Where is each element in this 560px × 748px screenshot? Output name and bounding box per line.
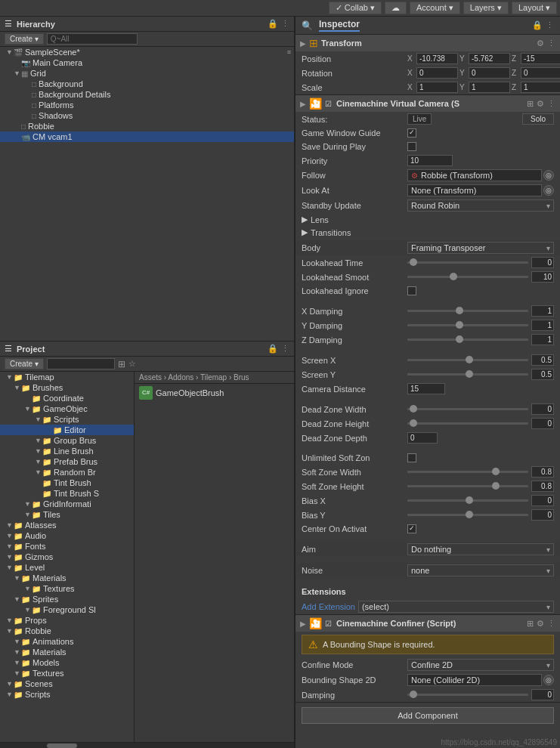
aim-dropdown[interactable]: Do nothing	[407, 543, 554, 555]
screen-x-input[interactable]	[531, 354, 554, 366]
tree-item-editor[interactable]: 📁 Editor	[0, 425, 134, 435]
transform-gear[interactable]: ⚙	[537, 39, 544, 48]
look-at-circle-btn[interactable]: ◎	[543, 185, 554, 196]
tree-item-grid-info[interactable]: ▼ 📁 GridInformati	[0, 499, 134, 509]
x-damping-input[interactable]	[531, 305, 554, 317]
camera-distance-input[interactable]	[407, 383, 445, 394]
bias-y-input[interactable]	[531, 509, 554, 521]
tree-item-tilemap[interactable]: ▼ 📁 Tilemap	[0, 372, 134, 382]
lookahead-time-track[interactable]	[407, 261, 528, 264]
more-icon-inspector[interactable]: ⋮	[546, 20, 554, 30]
tree-item-tiles[interactable]: ▼ 📁 Tiles	[0, 509, 134, 520]
bounding-shape-circle-btn[interactable]: ◎	[543, 675, 554, 685]
tree-item-coordinate[interactable]: 📁 Coordinate	[0, 393, 134, 403]
confiner-icon1[interactable]: ⊞	[527, 619, 534, 629]
pos-z-input[interactable]	[521, 53, 560, 64]
scale-z-input[interactable]	[521, 82, 560, 93]
collab-button[interactable]: ✓ Collab ▾	[329, 2, 382, 14]
layers-button[interactable]: Layers ▾	[463, 2, 509, 14]
solo-button[interactable]: Solo	[522, 113, 554, 125]
bounding-shape-ref[interactable]: None (Collider 2D)	[407, 674, 542, 686]
screen-y-input[interactable]	[531, 369, 554, 380]
save-during-play-checkbox[interactable]	[407, 142, 416, 151]
project-scrollbar[interactable]	[0, 742, 294, 748]
unlimited-soft-checkbox[interactable]	[407, 453, 416, 462]
soft-zone-height-track[interactable]	[407, 485, 528, 487]
dead-zone-depth-input[interactable]	[407, 432, 438, 444]
soft-zone-width-track[interactable]	[407, 471, 528, 473]
follow-object-ref[interactable]: ⚙ Robbie (Transform)	[407, 169, 542, 181]
rot-y-input[interactable]	[469, 67, 510, 79]
hierarchy-create-button[interactable]: Create ▾	[5, 33, 44, 45]
scene-root[interactable]: ▼ 🎬 SampleScene* ≡	[0, 47, 294, 57]
tree-item-level[interactable]: ▼ 📁 Level	[0, 562, 134, 573]
tree-item-shadows[interactable]: □ Shadows	[0, 110, 294, 121]
tree-item-robbie-folder[interactable]: ▼ 📁 Robbie	[0, 626, 134, 636]
tree-item-grid[interactable]: ▼ ▦ Grid	[0, 68, 294, 79]
project-search-input[interactable]	[47, 358, 115, 369]
asset-item-gameobjectbrush[interactable]: C# GameObjectBrush	[135, 384, 294, 402]
dead-zone-height-input[interactable]	[531, 418, 554, 429]
account-button[interactable]: Account ▾	[410, 2, 460, 14]
tree-item-robbie[interactable]: □ Robbie	[0, 121, 294, 131]
vcam-check[interactable]: ☑	[325, 100, 332, 108]
tree-item-audio[interactable]: ▼ 📁 Audio	[0, 530, 134, 541]
project-create-button[interactable]: Create ▾	[5, 358, 44, 369]
vcam-gear[interactable]: ⚙	[537, 99, 544, 109]
transform-header[interactable]: ▶ ⊞ Transform ⚙ ⋮	[295, 35, 560, 51]
bias-x-input[interactable]	[531, 495, 554, 506]
tree-item-prefab-brush[interactable]: ▼ 📁 Prefab Brus	[0, 456, 134, 467]
tree-item-atlasses[interactable]: ▼ 📁 Atlasses	[0, 520, 134, 530]
tree-item-props[interactable]: ▼ 📁 Props	[0, 615, 134, 626]
tree-item-tint-brush[interactable]: 📁 Tint Brush	[0, 478, 134, 488]
vcam-header[interactable]: ▶ 🎦 ☑ Cinemachine Virtual Camera (S ⊞ ⚙ …	[295, 95, 560, 112]
body-dropdown[interactable]: Framing Transposer	[407, 242, 554, 254]
lookahead-time-input[interactable]	[531, 257, 554, 268]
dead-zone-width-track[interactable]	[407, 408, 528, 410]
z-damping-input[interactable]	[531, 334, 554, 345]
add-extension-link[interactable]: Add Extension	[302, 602, 355, 611]
bias-y-track[interactable]	[407, 514, 528, 516]
tree-item-background-details[interactable]: □ Background Details	[0, 89, 294, 100]
follow-circle-btn[interactable]: ◎	[543, 170, 554, 181]
dead-zone-width-input[interactable]	[531, 403, 554, 415]
soft-zone-height-input[interactable]	[531, 481, 554, 492]
filter-icon[interactable]: ⊞	[118, 359, 125, 369]
tree-item-textures2[interactable]: ▼ 📁 Textures	[0, 668, 134, 678]
standby-dropdown[interactable]: Round Robin	[407, 199, 554, 212]
tree-item-gameobject[interactable]: ▼ 📁 GameObjec	[0, 403, 134, 414]
screen-y-track[interactable]	[407, 373, 528, 376]
tree-item-group-brush[interactable]: ▼ 📁 Group Brus	[0, 435, 134, 446]
tree-item-line-brush[interactable]: ▼ 📁 Line Brush	[0, 446, 134, 456]
pos-y-input[interactable]	[469, 53, 510, 64]
confiner-gear[interactable]: ⚙	[537, 619, 544, 629]
tree-item-materials2[interactable]: ▼ 📁 Materials	[0, 647, 134, 657]
tree-item-fonts[interactable]: ▼ 📁 Fonts	[0, 541, 134, 552]
tree-item-scripts-root[interactable]: ▼ 📁 Scripts	[0, 689, 134, 700]
lookahead-smooth-track[interactable]	[407, 276, 528, 278]
tree-item-models[interactable]: ▼ 📁 Models	[0, 657, 134, 668]
hierarchy-search-input[interactable]	[47, 33, 138, 45]
tree-item-main-camera[interactable]: 📷 Main Camera	[0, 57, 294, 68]
rot-x-input[interactable]	[416, 67, 458, 79]
scale-y-input[interactable]	[469, 82, 510, 93]
look-at-object-ref[interactable]: None (Transform)	[407, 184, 542, 196]
cloud-button[interactable]: ☁	[385, 2, 407, 14]
tree-item-platforms[interactable]: □ Platforms	[0, 100, 294, 110]
tree-item-cm-vcam1[interactable]: 📹 CM vcam1	[0, 131, 294, 142]
vcam-more[interactable]: ⋮	[547, 99, 555, 109]
lookahead-ignore-checkbox[interactable]	[407, 286, 416, 295]
transform-more[interactable]: ⋮	[547, 39, 555, 48]
z-damping-track[interactable]	[407, 338, 528, 341]
confiner-damping-input[interactable]	[531, 689, 554, 700]
add-extension-dropdown[interactable]: (select)	[358, 601, 554, 613]
tree-item-animations[interactable]: ▼ 📁 Animations	[0, 636, 134, 647]
game-window-checkbox[interactable]	[407, 128, 416, 138]
tree-item-brushes[interactable]: ▼ 📁 Brushes	[0, 382, 134, 393]
tree-item-materials[interactable]: ▼ 📁 Materials	[0, 573, 134, 583]
scale-x-input[interactable]	[416, 82, 458, 93]
tree-item-background[interactable]: □ Background	[0, 79, 294, 89]
tree-item-gizmos[interactable]: ▼ 📁 Gizmos	[0, 552, 134, 562]
layout-button[interactable]: Layout ▾	[512, 2, 557, 14]
dead-zone-height-track[interactable]	[407, 422, 528, 425]
